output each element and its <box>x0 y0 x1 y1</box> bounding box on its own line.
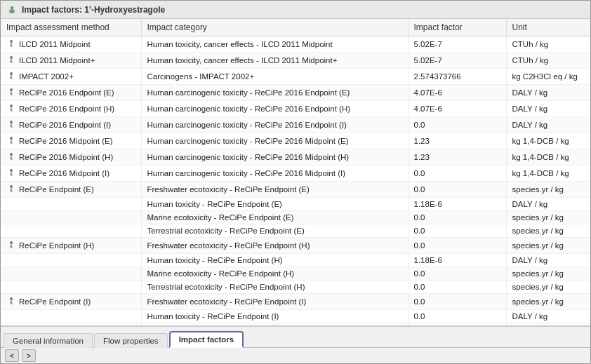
leaf-icon <box>6 296 16 307</box>
cell-unit: DALY / kg <box>506 101 590 117</box>
svg-point-17 <box>10 88 13 91</box>
cell-method: ReCiPe 2016 Midpoint (I) <box>1 166 141 182</box>
cell-unit: DALY / kg <box>506 117 590 133</box>
cell-category: Human carcinogenic toxicity - ReCiPe 201… <box>141 85 408 101</box>
cell-method <box>1 281 141 294</box>
cell-category: Freshwater ecotoxicity - ReCiPe Endpoint… <box>141 294 408 310</box>
cell-category: Carcinogens - IMPACT 2002+ <box>141 69 408 85</box>
cell-factor: 4.07E-6 <box>408 85 506 101</box>
cell-factor: 0.0 <box>408 294 506 310</box>
table-row: Terrestrial ecotoxicity - ReCiPe Endpoin… <box>1 281 590 294</box>
method-label: ReCiPe 2016 Midpoint (H) <box>19 153 113 161</box>
cell-factor: 1.23 <box>408 149 506 166</box>
cell-method: ReCiPe 2016 Endpoint (I) <box>1 117 141 133</box>
cell-method <box>1 211 141 224</box>
cell-factor: 1.23 <box>408 133 506 149</box>
cell-unit: species.yr / kg <box>506 294 590 310</box>
svg-point-45 <box>10 241 13 244</box>
cell-category: Freshwater ecotoxicity - ReCiPe Endpoint… <box>141 238 408 254</box>
cell-factor: 0.0 <box>408 224 506 238</box>
table-row: ReCiPe Endpoint (H)Freshwater ecotoxicit… <box>1 238 590 254</box>
col-header-unit: Unit <box>506 19 590 36</box>
table-header-row: Impact assessment method Impact category… <box>1 19 590 36</box>
cell-method: ReCiPe Endpoint (H) <box>1 238 141 254</box>
leaf-icon <box>6 184 16 195</box>
cell-unit: DALY / kg <box>506 254 590 267</box>
leaf-icon <box>6 151 16 163</box>
table-row: ReCiPe 2016 Endpoint (E)Human carcinogen… <box>1 85 590 101</box>
svg-point-9 <box>10 56 13 59</box>
method-label: IMPACT 2002+ <box>19 72 74 81</box>
table-row: ReCiPe Endpoint (I)Freshwater ecotoxicit… <box>1 294 590 310</box>
svg-point-33 <box>10 153 13 156</box>
cell-factor: 0.0 <box>408 238 506 254</box>
svg-point-0 <box>11 6 13 9</box>
prev-button[interactable]: < <box>5 349 19 362</box>
cell-unit: species.yr / kg <box>506 267 590 281</box>
cell-method <box>1 198 141 211</box>
leaf-icon <box>6 168 16 179</box>
cell-unit: DALY / kg <box>506 85 590 101</box>
bottom-bar: < > <box>1 347 590 363</box>
leaf-icon <box>6 135 16 147</box>
cell-method <box>1 224 141 238</box>
leaf-icon <box>6 39 16 50</box>
svg-point-5 <box>10 40 13 43</box>
cell-unit: species.yr / kg <box>506 182 590 198</box>
col-header-factor: Impact factor <box>408 19 506 36</box>
impact-factors-table-container[interactable]: Impact assessment method Impact category… <box>1 19 590 326</box>
method-label: ReCiPe 2016 Endpoint (I) <box>19 121 111 129</box>
cell-unit: species.yr / kg <box>506 281 590 294</box>
cell-factor: 0.0 <box>408 267 506 281</box>
cell-category: Human toxicity - ReCiPe Endpoint (E) <box>141 198 408 211</box>
cell-factor: 0.0 <box>408 310 506 323</box>
cell-unit: CTUh / kg <box>506 53 590 69</box>
cell-factor: 1.18E-6 <box>408 254 506 267</box>
method-label: ReCiPe 2016 Midpoint (E) <box>19 137 113 145</box>
cell-category: Marine ecotoxicity - ReCiPe Endpoint (H) <box>141 267 408 281</box>
window-icon <box>6 4 18 15</box>
leaf-icon <box>6 119 16 130</box>
cell-method: IMPACT 2002+ <box>1 69 141 85</box>
cell-unit: kg 1,4-DCB / kg <box>506 166 590 182</box>
table-row: Human toxicity - ReCiPe Endpoint (H)1.18… <box>1 254 590 267</box>
tab-general-information[interactable]: General information <box>4 333 93 348</box>
table-row: Marine ecotoxicity - ReCiPe Endpoint (H)… <box>1 267 590 281</box>
table-row: Human toxicity - ReCiPe Endpoint (I)0.0D… <box>1 310 590 323</box>
cell-method: ReCiPe Endpoint (I) <box>1 294 141 310</box>
table-row: ReCiPe 2016 Midpoint (H)Human carcinogen… <box>1 149 590 166</box>
cell-unit: kg 1,4-DCB / kg <box>506 133 590 149</box>
table-row: Marine ecotoxicity - ReCiPe Endpoint (E)… <box>1 211 590 224</box>
cell-method: ReCiPe 2016 Endpoint (H) <box>1 101 141 117</box>
cell-category: Freshwater ecotoxicity - ReCiPe Endpoint… <box>141 182 408 198</box>
next-button[interactable]: > <box>22 349 36 362</box>
cell-factor: 5.02E-7 <box>408 36 506 53</box>
tab-impact-factors[interactable]: Impact factors <box>169 331 244 348</box>
leaf-icon <box>6 103 16 114</box>
cell-factor: 1.18E-6 <box>408 198 506 211</box>
title-bar: Impact factors: 1'-Hydroxyestragole <box>1 1 590 19</box>
leaf-icon <box>6 71 16 82</box>
table-row: ILCD 2011 MidpointHuman toxicity, cancer… <box>1 36 590 53</box>
method-label: ReCiPe 2016 Endpoint (H) <box>19 105 114 113</box>
cell-factor: 0.0 <box>408 211 506 224</box>
cell-category: Human carcinogenic toxicity - ReCiPe 201… <box>141 101 408 117</box>
tab-flow-properties[interactable]: Flow properties <box>94 333 168 348</box>
method-label: ReCiPe Endpoint (H) <box>19 241 94 250</box>
cell-method: ReCiPe 2016 Endpoint (E) <box>1 85 141 101</box>
cell-method <box>1 254 141 267</box>
main-window: Impact factors: 1'-Hydroxyestragole Impa… <box>0 0 591 364</box>
svg-point-13 <box>10 72 13 75</box>
cell-factor: 0.0 <box>408 281 506 294</box>
cell-factor: 0.0 <box>408 117 506 133</box>
leaf-icon <box>6 55 16 66</box>
svg-point-37 <box>10 169 13 172</box>
svg-point-25 <box>10 121 13 123</box>
table-row: ILCD 2011 Midpoint+Human toxicity, cance… <box>1 53 590 69</box>
method-label: ILCD 2011 Midpoint <box>19 40 91 48</box>
cell-factor: 5.02E-7 <box>408 53 506 69</box>
method-label: ReCiPe Endpoint (E) <box>19 185 94 194</box>
cell-unit: kg C2H3Cl eq / kg <box>506 69 590 85</box>
cell-category: Human toxicity, cancer effects - ILCD 20… <box>141 36 408 53</box>
cell-factor: 2.574373766 <box>408 69 506 85</box>
